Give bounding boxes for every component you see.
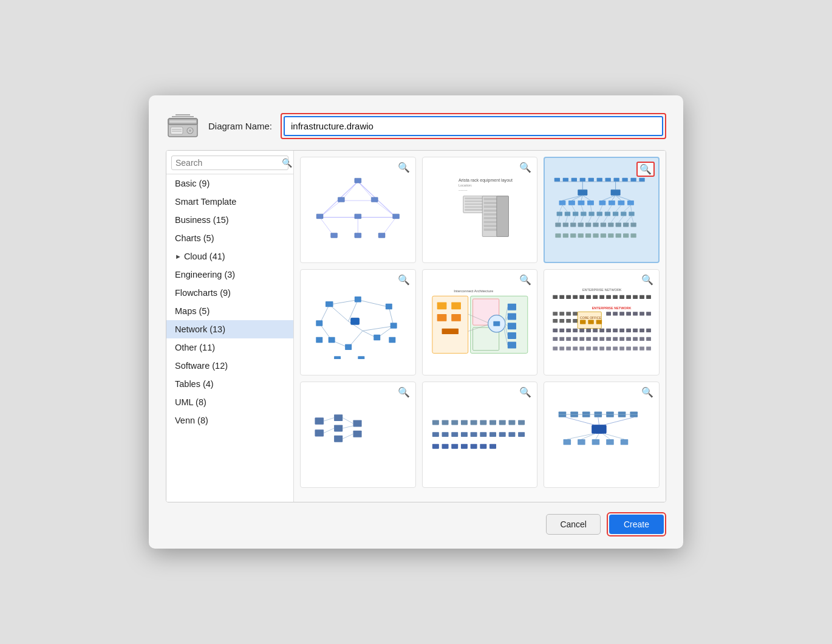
zoom-icon-6[interactable]: 🔍 <box>639 273 655 286</box>
svg-rect-196 <box>619 295 624 298</box>
search-box-wrap: 🔍 <box>166 151 293 174</box>
zoom-icon-5[interactable]: 🔍 <box>517 273 533 286</box>
svg-rect-288 <box>518 420 525 425</box>
sidebar-item-business[interactable]: Business (15) <box>166 211 293 229</box>
svg-rect-279 <box>432 420 439 425</box>
svg-rect-214 <box>596 320 602 324</box>
svg-line-138 <box>358 300 389 307</box>
svg-line-323 <box>567 434 595 439</box>
svg-rect-280 <box>442 420 448 425</box>
zoom-icon-9[interactable]: 🔍 <box>639 386 655 399</box>
svg-line-278 <box>343 434 353 439</box>
svg-line-275 <box>324 428 334 433</box>
arrow-icon: ► <box>175 253 182 260</box>
svg-rect-314 <box>592 425 607 434</box>
sidebar-item-uml[interactable]: UML (8) <box>166 393 293 411</box>
svg-rect-89 <box>613 212 618 216</box>
svg-rect-50 <box>554 178 560 182</box>
svg-rect-152 <box>316 320 322 326</box>
svg-text:Location:: Location: <box>459 183 472 187</box>
svg-rect-298 <box>518 433 525 437</box>
sidebar-item-maps[interactable]: Maps (5) <box>166 302 293 320</box>
svg-rect-149 <box>326 301 333 307</box>
zoom-icon-3[interactable]: 🔍 <box>636 162 655 177</box>
svg-rect-191 <box>587 295 592 298</box>
svg-line-118 <box>596 216 599 223</box>
zoom-icon-2[interactable]: 🔍 <box>517 161 533 174</box>
sidebar-item-flowcharts[interactable]: Flowcharts (9) <box>166 284 293 302</box>
zoom-icon-4[interactable]: 🔍 <box>396 273 412 286</box>
svg-rect-169 <box>451 314 461 321</box>
sidebar-item-other[interactable]: Other (11) <box>166 338 293 357</box>
svg-rect-106 <box>585 223 591 227</box>
sidebar-item-engineering[interactable]: Engineering (3) <box>166 265 293 284</box>
svg-rect-268 <box>315 430 324 437</box>
svg-rect-322 <box>621 439 629 445</box>
svg-rect-270 <box>334 425 343 432</box>
sidebar-item-network[interactable]: Network (13) <box>166 320 293 338</box>
svg-rect-250 <box>639 337 644 340</box>
svg-rect-166 <box>437 302 446 309</box>
svg-rect-287 <box>508 420 515 425</box>
svg-line-119 <box>604 216 608 223</box>
svg-rect-128 <box>585 234 591 238</box>
svg-rect-67 <box>568 200 575 205</box>
sidebar-item-tables[interactable]: Tables (4) <box>166 375 293 393</box>
svg-rect-7 <box>169 120 196 123</box>
svg-line-317 <box>604 417 634 425</box>
svg-rect-125 <box>563 234 568 238</box>
svg-line-74 <box>562 196 582 201</box>
svg-rect-109 <box>609 223 614 227</box>
sidebar-item-smart-template[interactable]: Smart Template <box>166 193 293 211</box>
template-card-4[interactable]: 🔍 <box>300 269 416 375</box>
svg-rect-285 <box>489 420 496 425</box>
svg-rect-290 <box>442 433 448 437</box>
sidebar: 🔍 Basic (9) Smart Template Business (15)… <box>166 151 294 502</box>
svg-line-100 <box>624 205 631 212</box>
sidebar-item-charts[interactable]: Charts (5) <box>166 229 293 247</box>
template-card-3[interactable]: 🔍 <box>544 157 660 263</box>
svg-rect-87 <box>597 212 602 216</box>
svg-line-276 <box>343 418 353 423</box>
sidebar-item-basic[interactable]: Basic (9) <box>166 174 293 193</box>
search-input[interactable] <box>176 158 282 168</box>
svg-rect-248 <box>626 337 631 340</box>
svg-rect-206 <box>553 319 558 323</box>
template-card-5[interactable]: Interconnect Architecture <box>422 269 538 375</box>
svg-rect-230 <box>607 328 612 332</box>
svg-rect-150 <box>355 296 361 302</box>
zoom-icon-7[interactable]: 🔍 <box>396 386 412 399</box>
svg-rect-154 <box>373 335 380 340</box>
template-card-6[interactable]: ENTERPRISE NETWORK <box>544 269 660 375</box>
svg-rect-257 <box>587 346 592 350</box>
svg-line-116 <box>581 216 584 223</box>
template-card-2[interactable]: Arista rack equipment layout Location: -… <box>422 157 538 263</box>
svg-rect-189 <box>573 295 578 298</box>
diagram-name-input[interactable] <box>284 116 663 136</box>
sidebar-item-venn[interactable]: Venn (8) <box>166 411 293 430</box>
svg-rect-52 <box>571 178 577 182</box>
svg-rect-200 <box>646 295 651 298</box>
svg-rect-219 <box>633 312 638 315</box>
svg-rect-223 <box>560 328 565 332</box>
sidebar-item-software[interactable]: Software (12) <box>166 357 293 375</box>
svg-rect-157 <box>316 337 322 342</box>
zoom-icon-8[interactable]: 🔍 <box>517 386 533 399</box>
svg-line-137 <box>329 304 348 321</box>
zoom-icon-1[interactable]: 🔍 <box>396 161 412 174</box>
create-button[interactable]: Create <box>609 515 664 534</box>
svg-line-135 <box>329 300 358 304</box>
svg-rect-281 <box>451 420 458 425</box>
svg-rect-62 <box>578 190 588 196</box>
template-card-9[interactable]: 🔍 <box>544 382 660 488</box>
sidebar-item-cloud[interactable]: ► Cloud (41) <box>166 247 293 265</box>
cancel-button[interactable]: Cancel <box>546 514 601 535</box>
svg-rect-301 <box>451 444 458 449</box>
template-card-8[interactable]: 🔍 <box>422 382 538 488</box>
svg-rect-126 <box>570 234 576 238</box>
svg-rect-258 <box>593 346 598 350</box>
svg-rect-59 <box>631 178 636 182</box>
template-card-1[interactable]: 🔍 <box>300 157 416 263</box>
svg-rect-222 <box>553 328 558 332</box>
template-card-7[interactable]: 🔍 <box>300 382 416 488</box>
